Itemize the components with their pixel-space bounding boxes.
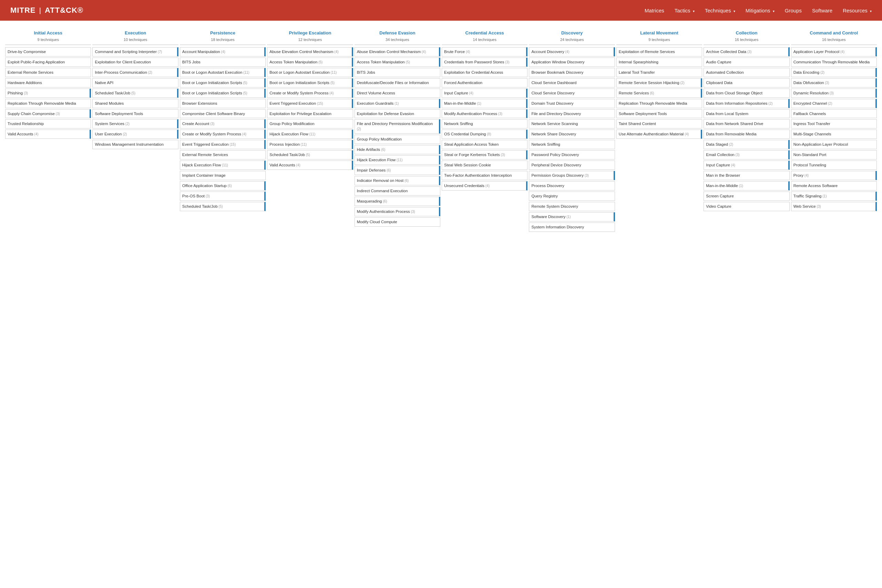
technique-item[interactable]: Man in the Browser xyxy=(704,171,789,180)
technique-item[interactable]: Query Registry xyxy=(529,192,615,201)
technique-item[interactable]: Scheduled Task/Job (5) xyxy=(180,202,266,211)
technique-item[interactable]: Hardware Additions xyxy=(5,78,91,87)
technique-item[interactable]: Exploitation of Remote Services xyxy=(616,47,702,57)
technique-item[interactable]: Native API xyxy=(92,78,178,87)
technique-item[interactable]: System Services (2) xyxy=(92,119,178,129)
technique-item[interactable]: Hide Artifacts (6) xyxy=(354,145,440,154)
technique-item[interactable]: Modify Authentication Process (3) xyxy=(354,207,440,216)
technique-item[interactable]: Man-in-the-Middle (1) xyxy=(442,99,528,108)
technique-item[interactable]: Cloud Service Discovery xyxy=(529,88,615,98)
technique-item[interactable]: Execution Guardrails (1) xyxy=(354,99,440,108)
technique-item[interactable]: Remote Service Session Hijacking (2) xyxy=(616,78,702,87)
technique-item[interactable]: Exploitation for Defense Evasion xyxy=(354,109,440,118)
technique-item[interactable]: Exploitation for Privilege Escalation xyxy=(267,109,353,118)
technique-item[interactable]: Create or Modify System Process (4) xyxy=(267,88,353,98)
technique-item[interactable]: Modify Authentication Process (3) xyxy=(442,109,528,118)
technique-item[interactable]: File and Directory Permissions Modificat… xyxy=(354,119,440,134)
technique-item[interactable]: Communication Through Removable Media xyxy=(791,57,877,67)
technique-item[interactable]: Pre-OS Boot (3) xyxy=(180,192,266,201)
technique-item[interactable]: Data Encoding (2) xyxy=(791,68,877,77)
nav-mitigations[interactable]: Mitigations ▾ xyxy=(746,8,774,14)
technique-item[interactable]: Event Triggered Execution (15) xyxy=(267,99,353,108)
technique-item[interactable]: Non-Application Layer Protocol xyxy=(791,140,877,149)
technique-item[interactable]: Valid Accounts (4) xyxy=(5,129,91,139)
technique-item[interactable]: Unsecured Credentials (4) xyxy=(442,181,528,190)
technique-item[interactable]: Input Capture (4) xyxy=(704,160,789,170)
technique-item[interactable]: Inter-Process Communication (2) xyxy=(92,68,178,77)
technique-item[interactable]: Network Sniffing xyxy=(442,119,528,129)
technique-item[interactable]: Supply Chain Compromise (3) xyxy=(5,109,91,118)
technique-item[interactable]: Permission Groups Discovery (3) xyxy=(529,171,615,180)
technique-item[interactable]: Replication Through Removable Media xyxy=(616,99,702,108)
technique-item[interactable]: BITS Jobs xyxy=(180,57,266,67)
tactic-name-2[interactable]: Persistence xyxy=(181,30,264,36)
tactic-name-1[interactable]: Execution xyxy=(94,30,177,36)
technique-item[interactable]: Compromise Client Software Binary xyxy=(180,109,266,118)
technique-item[interactable]: Process Injection (11) xyxy=(267,140,353,149)
technique-item[interactable]: Application Window Discovery xyxy=(529,57,615,67)
technique-item[interactable]: Screen Capture xyxy=(704,192,789,201)
technique-item[interactable]: Account Discovery (4) xyxy=(529,47,615,57)
technique-item[interactable]: Remote System Discovery xyxy=(529,202,615,211)
technique-item[interactable]: Use Alternate Authentication Material (4… xyxy=(616,129,702,139)
nav-resources[interactable]: Resources ▾ xyxy=(843,8,872,14)
technique-item[interactable]: Data from Cloud Storage Object xyxy=(704,88,789,98)
technique-item[interactable]: Data from Information Repositories (2) xyxy=(704,99,789,108)
technique-item[interactable]: Encrypted Channel (2) xyxy=(791,99,877,108)
technique-item[interactable]: Data Obfuscation (3) xyxy=(791,78,877,87)
technique-item[interactable]: Steal or Forge Kerberos Tickets (3) xyxy=(442,150,528,159)
technique-item[interactable]: Boot or Logon Initialization Scripts (5) xyxy=(267,78,353,87)
technique-item[interactable]: Non-Standard Port xyxy=(791,150,877,159)
technique-item[interactable]: Scheduled Task/Job (5) xyxy=(92,88,178,98)
tactic-name-5[interactable]: Credential Access xyxy=(443,30,526,36)
technique-item[interactable]: Multi-Stage Channels xyxy=(791,129,877,139)
technique-item[interactable]: External Remote Services xyxy=(5,68,91,77)
technique-item[interactable]: External Remote Services xyxy=(180,150,266,159)
technique-item[interactable]: BITS Jobs xyxy=(354,68,440,77)
technique-item[interactable]: Exploitation for Credential Access xyxy=(442,68,528,77)
technique-item[interactable]: Drive-by Compromise xyxy=(5,47,91,57)
technique-item[interactable]: Password Policy Discovery xyxy=(529,150,615,159)
technique-item[interactable]: Peripheral Device Discovery xyxy=(529,160,615,170)
technique-item[interactable]: Lateral Tool Transfer xyxy=(616,68,702,77)
technique-item[interactable]: Brute Force (4) xyxy=(442,47,528,57)
tactic-name-4[interactable]: Defense Evasion xyxy=(356,30,439,36)
technique-item[interactable]: Browser Bookmark Discovery xyxy=(529,68,615,77)
technique-item[interactable]: Data Staged (2) xyxy=(704,140,789,149)
technique-item[interactable]: Steal Application Access Token xyxy=(442,140,528,149)
technique-item[interactable]: Deobfuscate/Decode Files or Information xyxy=(354,78,440,87)
technique-item[interactable]: Email Collection (3) xyxy=(704,150,789,159)
logo[interactable]: MITRE | ATT&CK® xyxy=(10,6,83,15)
technique-item[interactable]: Hijack Execution Flow (11) xyxy=(267,129,353,139)
technique-item[interactable]: Process Discovery xyxy=(529,181,615,190)
technique-item[interactable]: Browser Extensions xyxy=(180,99,266,108)
technique-item[interactable]: Dynamic Resolution (3) xyxy=(791,88,877,98)
technique-item[interactable]: Man-in-the-Middle (1) xyxy=(704,181,789,190)
technique-item[interactable]: Web Service (3) xyxy=(791,202,877,211)
technique-item[interactable]: Hijack Execution Flow (11) xyxy=(354,155,440,165)
technique-item[interactable]: Domain Trust Discovery xyxy=(529,99,615,108)
technique-item[interactable]: Boot or Logon Autostart Execution (11) xyxy=(267,68,353,77)
technique-item[interactable]: Hijack Execution Flow (11) xyxy=(180,160,266,170)
technique-item[interactable]: Indirect Command Execution xyxy=(354,186,440,196)
technique-item[interactable]: OS Credential Dumping (8) xyxy=(442,129,528,139)
technique-item[interactable]: Modify Cloud Compute xyxy=(354,218,440,226)
technique-item[interactable]: Account Manipulation (4) xyxy=(180,47,266,57)
technique-item[interactable]: Audio Capture xyxy=(704,57,789,67)
technique-item[interactable]: Steal Web Session Cookie xyxy=(442,160,528,170)
nav-software[interactable]: Software xyxy=(812,8,832,14)
tactic-name-7[interactable]: Lateral Movement xyxy=(618,30,701,36)
tactic-name-9[interactable]: Command and Control xyxy=(792,30,876,36)
technique-item[interactable]: System Information Discovery xyxy=(529,222,615,232)
technique-item[interactable]: Network Share Discovery xyxy=(529,129,615,139)
technique-item[interactable]: Network Sniffing xyxy=(529,140,615,149)
technique-item[interactable]: Direct Volume Access xyxy=(354,88,440,98)
technique-item[interactable]: Boot or Logon Initialization Scripts (5) xyxy=(180,88,266,98)
technique-item[interactable]: Abuse Elevation Control Mechanism (4) xyxy=(354,47,440,57)
technique-item[interactable]: Create or Modify System Process (4) xyxy=(180,129,266,139)
technique-item[interactable]: Shared Modules xyxy=(92,99,178,108)
technique-item[interactable]: Credentials from Password Stores (3) xyxy=(442,57,528,67)
nav-matrices[interactable]: Matrices xyxy=(645,8,664,14)
technique-item[interactable]: Boot or Logon Initialization Scripts (5) xyxy=(180,78,266,87)
technique-item[interactable]: Boot or Logon Autostart Execution (11) xyxy=(180,68,266,77)
